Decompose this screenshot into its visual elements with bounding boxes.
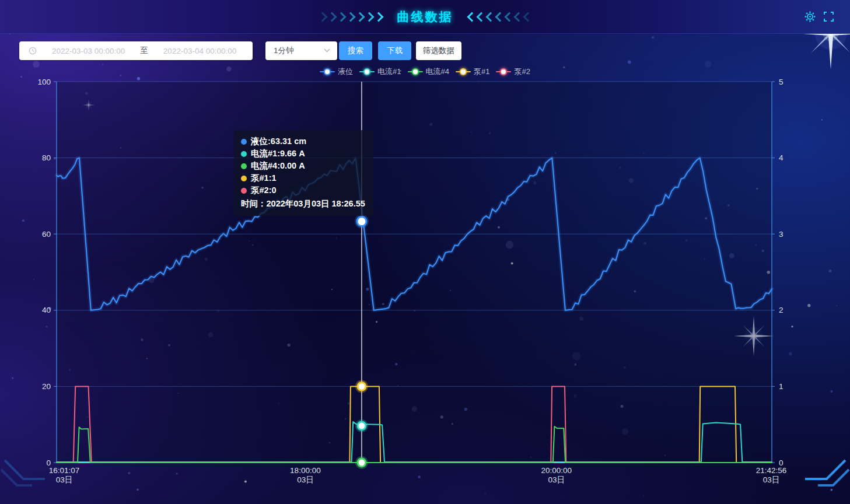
y-left-tick-label: 40 [42,306,51,314]
date-start-value[interactable]: 2022-03-03 00:00:00 [52,47,125,55]
chart-tooltip: 液位:63.31 cm电流#1:9.66 A电流#4:0.00 A泵#1:1泵#… [234,130,373,216]
tooltip-row: 泵#2:0 [241,184,365,197]
legend-label: 泵#2 [514,66,530,77]
legend-marker-icon [408,68,423,75]
legend-label: 泵#1 [474,66,489,77]
series-color-dot [241,163,247,169]
date-end-value[interactable]: 2022-03-04 00:00:00 [163,47,236,55]
interval-select[interactable]: 1分钟 [265,41,337,60]
page-title: 曲线数据 [397,9,453,25]
crosshair-marker [357,217,366,226]
date-separator: 至 [140,46,148,56]
y-left-tick-label: 60 [42,230,51,239]
x-tick-label: 16:01:0703日 [49,466,80,484]
legend-item-4[interactable]: 泵#2 [496,66,530,77]
legend-label: 液位 [338,66,353,77]
tooltip-time: 时间：2022年03月03日 18:26.55 [241,198,365,210]
chevron-down-icon [324,48,330,52]
tooltip-row: 液位:63.31 cm [241,135,365,148]
crosshair-marker [358,382,366,390]
series-color-dot [241,176,247,181]
fullscreen-icon[interactable] [824,12,834,22]
legend-item-2[interactable]: 电流#4 [408,66,449,77]
series-color-dot [241,151,247,157]
interval-selected-value: 1分钟 [274,46,294,56]
series-color-dot [241,139,247,145]
tooltip-row: 泵#1:1 [241,172,365,184]
y-left-tick-label: 100 [37,78,51,86]
x-tick-label: 21:42:5603日 [756,466,787,484]
y-left-tick-label: 80 [42,153,51,162]
crosshair-marker [358,459,366,467]
legend-marker-icon [496,68,511,75]
chevrons-right-decoration [319,13,382,20]
gear-icon[interactable] [804,11,816,22]
search-button[interactable]: 搜索 [339,41,372,60]
legend-label: 电流#4 [426,66,449,77]
y-left-tick-label: 20 [42,382,51,391]
legend-marker-icon [320,68,335,75]
tooltip-row: 电流#1:9.66 A [241,148,365,160]
x-tick-label: 18:00:0003日 [290,466,321,484]
y-right-tick-label: 1 [779,382,783,391]
legend-label: 电流#1 [377,66,401,77]
x-tick-label: 20:00:0003日 [541,466,572,484]
tooltip-row: 电流#4:0.00 A [241,160,365,172]
legend-marker-icon [456,68,471,75]
curve-data-dashboard: { "header": { "title": "曲线数据", "icons": … [0,0,850,504]
crosshair-marker [358,422,366,430]
legend-item-0[interactable]: 液位 [320,66,353,77]
filter-data-button[interactable]: 筛选数据 [416,41,461,60]
clock-icon [29,47,37,55]
y-right-tick-label: 4 [779,153,783,162]
legend-item-1[interactable]: 电流#1 [359,66,401,77]
legend-item-3[interactable]: 泵#1 [456,66,489,77]
legend-marker-icon [359,68,375,75]
header-bar: 曲线数据 [0,0,850,34]
chart-legend: 液位电流#1电流#4泵#1泵#2 [0,66,850,77]
y-right-tick-label: 5 [779,78,783,86]
y-right-tick-label: 3 [779,230,783,239]
y-right-tick-label: 2 [779,306,783,314]
chevrons-left-decoration [468,13,531,20]
date-range-input[interactable]: 2022-03-03 00:00:00 至 2022-03-04 00:00:0… [19,41,253,60]
download-button[interactable]: 下载 [378,41,411,60]
series-color-dot [241,188,247,194]
